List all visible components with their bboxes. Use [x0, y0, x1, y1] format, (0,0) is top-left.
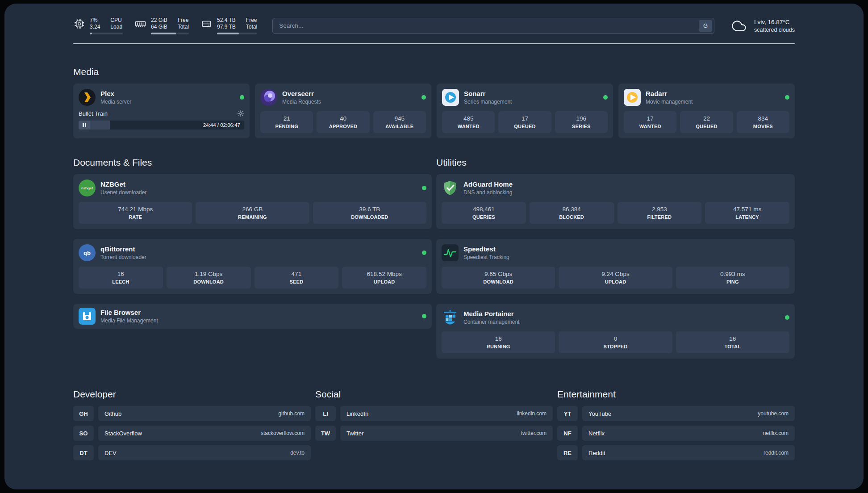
stats-row: 16 RUNNING 0 STOPPED 16 TOTAL — [442, 331, 789, 353]
stat-tile-wanted: 17 WANTED — [624, 111, 676, 133]
stat-tile-latency: 47.571 ms LATENCY — [705, 202, 789, 224]
netflix-link[interactable]: Netflix netflix.com — [582, 426, 795, 441]
app-meta: qBittorrent Torrent downloader — [100, 245, 146, 260]
overseerr-card[interactable]: Overseerr Media Requests 21 PENDING 40 A… — [255, 84, 431, 138]
stat-label: QUEUED — [682, 124, 731, 129]
overseerr-card-header: Overseerr Media Requests — [260, 89, 426, 106]
stat-value: 9.24 Gbps — [560, 270, 670, 278]
pause-button[interactable] — [79, 121, 90, 130]
stat-tile-wanted: 485 WANTED — [442, 111, 495, 133]
link-url: youtube.com — [758, 410, 789, 417]
linkedin-link[interactable]: LinkedIn linkedin.com — [340, 406, 553, 421]
cpu-label-bottom: Load — [110, 24, 122, 30]
stat-value: 196 — [557, 115, 606, 122]
overseerr-icon — [260, 89, 277, 106]
cpu-load-value: 3.24 — [90, 24, 100, 30]
header-divider — [73, 43, 795, 44]
svg-text:nzbget: nzbget — [81, 186, 93, 190]
app-meta: Sonarr Series management — [464, 90, 512, 105]
app-meta: Speedtest Speedtest Tracking — [463, 245, 509, 260]
youtube-link[interactable]: YouTube youtube.com — [582, 406, 795, 421]
app-meta: File Browser Media File Management — [100, 309, 158, 324]
disk-widget: 52.4 TB 97.9 TB Free Total — [200, 17, 257, 34]
reddit-abbr-tile[interactable]: RE — [557, 445, 578, 460]
stat-label: WANTED — [626, 124, 675, 129]
stat-tile-upload: 9.24 Gbps UPLOAD — [559, 267, 672, 288]
disk-label-top: Free — [246, 17, 257, 24]
sonarr-card[interactable]: Sonarr Series management 485 WANTED 17 Q… — [437, 84, 613, 138]
plex-card[interactable]: Plex Media server Bullet Train — [73, 84, 250, 138]
speedtest-card[interactable]: Speedtest Speedtest Tracking 9.65 Gbps D… — [436, 239, 795, 294]
github-link[interactable]: Github github.com — [98, 406, 311, 421]
filebrowser-card[interactable]: File Browser Media File Management — [73, 304, 432, 329]
app-name: File Browser — [100, 309, 158, 317]
stat-label: PING — [678, 279, 788, 284]
app-subtitle: Media server — [100, 99, 131, 105]
nzbget-card[interactable]: nzbget NZBGet Usenet downloader 744.21 M… — [73, 174, 432, 229]
cpu-values: 7% 3.24 — [90, 17, 100, 30]
github-abbr-tile[interactable]: GH — [73, 406, 94, 421]
stats-row: 498,461 QUERIES 86,384 BLOCKED 2,953 FIL… — [442, 202, 789, 224]
dev-abbr-tile[interactable]: DT — [73, 445, 94, 460]
disk-icon — [200, 18, 213, 30]
stat-value: 945 — [375, 115, 424, 122]
cpu-labels: CPU Load — [110, 17, 122, 30]
stat-label: SEED — [256, 279, 337, 284]
stats-row: 17 WANTED 22 QUEUED 834 MOVIES — [624, 111, 789, 133]
now-playing-row: Bullet Train — [79, 110, 244, 117]
stat-label: PENDING — [262, 124, 311, 129]
youtube-abbr-tile[interactable]: YT — [557, 406, 578, 421]
stat-tile-upload: 618.52 Mbps UPLOAD — [342, 267, 426, 288]
link-url: twitter.com — [521, 430, 547, 436]
twitter-link[interactable]: Twitter twitter.com — [340, 426, 553, 441]
player-progress-bar[interactable]: 24:44 / 02:06:47 — [79, 121, 244, 130]
twitter-abbr-tile[interactable]: TW — [315, 426, 336, 441]
app-meta: Media Portainer Container management — [463, 310, 519, 325]
stat-value: 266 GB — [197, 205, 307, 213]
cpu-label-top: CPU — [110, 17, 122, 24]
stat-value: 39.6 TB — [315, 205, 425, 213]
stat-label: FILTERED — [619, 214, 700, 220]
stat-tile-download: 1.19 Gbps DOWNLOAD — [167, 267, 251, 288]
stat-label: QUERIES — [443, 214, 524, 220]
stat-value: 618.52 Mbps — [344, 270, 425, 278]
stat-value: 40 — [318, 115, 367, 122]
status-online-dot — [422, 251, 426, 255]
media-grid: Plex Media server Bullet Train — [73, 84, 795, 138]
stats-row: 9.65 Gbps DOWNLOAD 9.24 Gbps UPLOAD 0.99… — [442, 267, 789, 288]
stats-row: 21 PENDING 40 APPROVED 945 AVAILABLE — [260, 111, 426, 133]
stats-row: 744.21 Mbps RATE 266 GB REMAINING 39.6 T… — [79, 202, 426, 224]
status-online-dot — [421, 95, 426, 100]
stackoverflow-link[interactable]: StackOverflow stackoverflow.com — [98, 426, 311, 441]
stat-value: 1.19 Gbps — [168, 270, 249, 278]
stackoverflow-abbr-tile[interactable]: SO — [73, 426, 94, 441]
radarr-card[interactable]: Radarr Movie management 17 WANTED 22 QUE… — [618, 84, 795, 138]
stat-label: RUNNING — [443, 344, 553, 349]
disk-total-value: 97.9 TB — [217, 24, 236, 30]
stat-label: UPLOAD — [344, 279, 425, 284]
stat-value: 471 — [256, 270, 337, 278]
link-name: Netflix — [588, 430, 605, 437]
stat-tile-queued: 22 QUEUED — [680, 111, 733, 133]
portainer-card[interactable]: Media Portainer Container management 16 … — [436, 304, 795, 359]
search-provider-button[interactable]: G — [699, 20, 712, 32]
disk-usage-bar-fill — [217, 33, 239, 34]
adguard-card[interactable]: AdGuard Home DNS and adblocking 498,461 … — [436, 174, 795, 229]
dev-link[interactable]: DEV dev.to — [98, 445, 311, 460]
link-row-stackoverflow: SO StackOverflow stackoverflow.com — [73, 426, 311, 441]
stat-tile-ping: 0.993 ms PING — [676, 267, 789, 288]
ram-total-value: 64 GiB — [151, 24, 167, 30]
stat-tile-blocked: 86,384 BLOCKED — [530, 202, 614, 224]
player-settings-gear-icon[interactable] — [237, 110, 244, 117]
svg-text:qb: qb — [83, 250, 91, 256]
reddit-link[interactable]: Reddit reddit.com — [582, 445, 795, 460]
linkedin-abbr-tile[interactable]: LI — [315, 406, 336, 421]
app-meta: Radarr Movie management — [646, 90, 693, 105]
link-row-dev: DT DEV dev.to — [73, 445, 311, 460]
cpu-widget-row: 7% 3.24 CPU Load — [73, 17, 123, 30]
search-input[interactable] — [272, 18, 714, 34]
portainer-icon — [442, 309, 459, 326]
qbittorrent-card[interactable]: qb qBittorrent Torrent downloader 16 LEE… — [73, 239, 432, 294]
netflix-abbr-tile[interactable]: NF — [557, 426, 578, 441]
status-online-dot — [422, 314, 426, 318]
